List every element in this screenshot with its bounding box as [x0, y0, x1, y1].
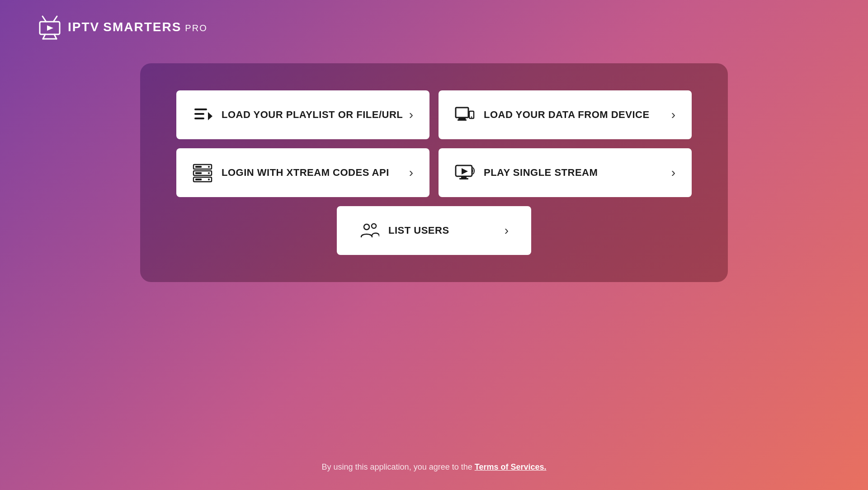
list-users-label: LIST USERS	[388, 225, 449, 236]
chevron-icon: ›	[671, 108, 675, 122]
svg-point-20	[208, 172, 210, 174]
svg-point-31	[372, 224, 376, 228]
chevron-icon: ›	[409, 165, 413, 180]
footer: By using this application, you agree to …	[0, 462, 868, 472]
chevron-icon: ›	[671, 165, 675, 180]
main-card: LOAD YOUR PLAYLIST OR FILE/URL › LOAD YO…	[140, 63, 728, 282]
svg-rect-8	[194, 113, 204, 115]
load-playlist-button[interactable]: LOAD YOUR PLAYLIST OR FILE/URL ›	[176, 90, 429, 139]
single-stream-button[interactable]: PLAY SINGLE STREAM ›	[439, 148, 692, 197]
users-icon	[359, 221, 379, 240]
load-playlist-label: LOAD YOUR PLAYLIST OR FILE/URL	[222, 109, 403, 121]
svg-rect-7	[194, 108, 207, 110]
playlist-icon	[193, 105, 212, 125]
buttons-grid: LOAD YOUR PLAYLIST OR FILE/URL › LOAD YO…	[176, 90, 692, 197]
svg-line-4	[42, 16, 46, 22]
svg-marker-6	[47, 25, 53, 31]
svg-line-5	[53, 16, 57, 22]
terms-link[interactable]: Terms of Services.	[475, 462, 547, 471]
device-icon	[455, 105, 475, 125]
footer-text: By using this application, you agree to …	[322, 462, 475, 471]
svg-rect-13	[458, 119, 467, 121]
single-stream-label: PLAY SINGLE STREAM	[484, 167, 598, 179]
xtream-icon	[193, 163, 212, 183]
svg-rect-9	[194, 118, 204, 119]
load-device-label: LOAD YOUR DATA FROM DEVICE	[484, 109, 650, 121]
svg-rect-22	[195, 166, 202, 168]
logo-pro: PRO	[185, 24, 207, 33]
logo-iptv: IPTV	[68, 21, 99, 33]
stream-icon	[455, 163, 475, 183]
svg-marker-29	[462, 168, 468, 174]
svg-rect-27	[459, 178, 468, 179]
svg-point-15	[471, 117, 472, 118]
svg-rect-11	[456, 108, 468, 118]
svg-point-30	[364, 224, 369, 230]
svg-point-21	[208, 179, 210, 180]
logo-smarters: SMARTERS	[103, 21, 181, 33]
chevron-right-icon: ›	[505, 223, 509, 238]
logo-icon	[36, 14, 63, 41]
chevron-icon: ›	[409, 108, 413, 122]
svg-rect-12	[458, 118, 466, 119]
svg-rect-24	[195, 179, 202, 180]
list-users-button[interactable]: LIST USERS ›	[337, 206, 531, 255]
logo: IPTV SMARTERS PRO	[36, 14, 208, 41]
svg-rect-23	[195, 172, 202, 174]
load-device-button[interactable]: LOAD YOUR DATA FROM DEVICE ›	[439, 90, 692, 139]
logo-text: IPTV SMARTERS PRO	[68, 21, 208, 33]
xtream-api-label: LOGIN WITH XTREAM CODES API	[222, 167, 389, 179]
svg-marker-10	[208, 112, 212, 120]
svg-point-19	[208, 166, 210, 168]
header: IPTV SMARTERS PRO	[0, 0, 868, 54]
center-button-wrapper: LIST USERS ›	[176, 206, 692, 255]
xtream-api-button[interactable]: LOGIN WITH XTREAM CODES API ›	[176, 148, 429, 197]
